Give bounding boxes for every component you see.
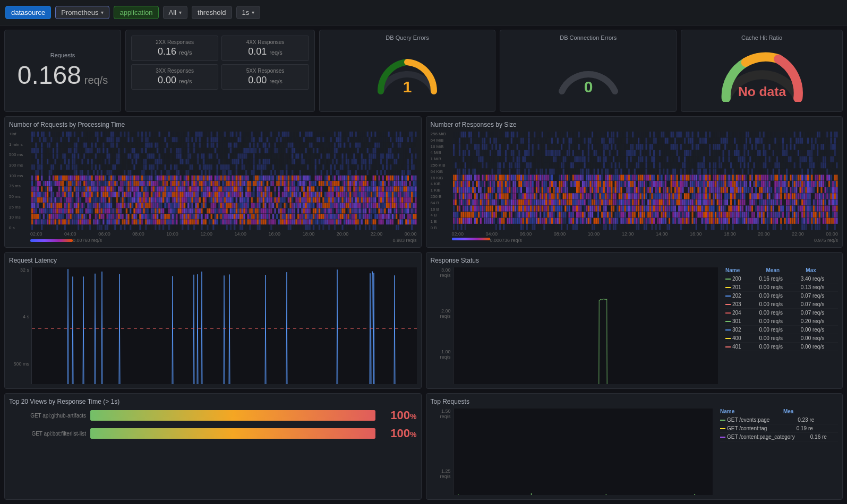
application-pill[interactable]: application	[114, 6, 158, 19]
rs-mean: 0.00 req/s	[759, 293, 796, 299]
rs-dot	[725, 321, 731, 322]
response-status-row: 202 0.00 req/s 0.07 req/s	[725, 292, 838, 300]
top-req-mean-header: Mea	[783, 409, 838, 416]
svg-text:0: 0	[584, 78, 593, 95]
rs-mean: 0.00 req/s	[759, 344, 796, 350]
svg-text:1: 1	[403, 78, 412, 95]
db-conn-panel: DB Connection Errors 0	[500, 30, 677, 112]
top-requests-panel: Top Requests 1.50 req/s 1.25 req/s 1.00 …	[426, 393, 843, 500]
rs-max: 0.00 req/s	[801, 327, 838, 333]
response-status-row: 401 0.00 req/s 0.00 req/s	[725, 343, 838, 351]
response-status-title: Response Status	[431, 257, 839, 264]
request-latency-panel: Request Latency 32 s 4 s 500 ms 62.5 ms …	[4, 252, 422, 389]
tr-mean: 0.16 re	[810, 434, 838, 440]
responses-by-size-x-axis: 02:0004:00 06:0008:00 10:0012:00 14:0016…	[431, 231, 839, 237]
bar-fill	[90, 410, 375, 421]
rs-mean: 0.00 req/s	[759, 335, 796, 341]
datasource-pill[interactable]: datasource	[5, 6, 51, 19]
rs-max: 0.00 req/s	[801, 344, 838, 350]
tr-name: GET /content:tag	[720, 425, 792, 431]
cache-hit-panel: Cache Hit Ratio No data	[681, 30, 843, 112]
top20-bar-row: GET api:github-artifacts 100%	[9, 409, 417, 422]
db-query-panel: DB Query Errors 1	[319, 30, 496, 112]
tr-mean: 0.23 re	[798, 417, 838, 423]
rs-max: 0.07 req/s	[801, 310, 838, 316]
tr-mean: 0.19 re	[797, 425, 838, 431]
tr-dot	[720, 428, 725, 429]
prometheus-pill[interactable]: Prometheus ▾	[55, 6, 109, 19]
processing-legend-max: 0.983 req/s	[392, 238, 416, 243]
responses-by-size-content	[453, 132, 839, 230]
top20-bars: GET api:github-artifacts 100% GET api:bo…	[9, 409, 417, 440]
col-name-header: Name	[725, 267, 762, 275]
rs-code: 400	[725, 335, 755, 341]
5xx-value: 0.00 req/s	[248, 75, 283, 86]
4xx-box: 4XX Responses 0.01 req/s	[221, 36, 309, 61]
response-status-panel: Response Status 3.00 req/s 2.00 req/s 1.…	[426, 252, 843, 389]
processing-time-panel: Number of Requests by Processing Time +I…	[4, 116, 422, 248]
rs-code: 201	[725, 284, 755, 290]
svg-text:No data: No data	[738, 84, 786, 99]
processing-time-y-axis: +Inf 1 min s 500 ms 300 ms 100 ms 75 ms …	[9, 132, 31, 230]
requests-value: 0.168	[18, 60, 81, 90]
bar-pct: 100%	[380, 409, 417, 422]
rs-mean: 0.00 req/s	[759, 310, 796, 316]
top20-bar-row: GET api:bot:filterlist-list 100%	[9, 427, 417, 440]
rs-mean: 0.00 req/s	[759, 327, 796, 333]
threshold-pill[interactable]: threshold	[192, 6, 232, 19]
3xx-label: 3XX Responses	[156, 68, 194, 74]
latency-content	[31, 267, 417, 384]
size-legend-max: 0.975 req/s	[814, 238, 838, 243]
top20-title: Top 20 Views by Response Time (> 1s)	[9, 398, 417, 405]
rs-dot	[725, 279, 731, 280]
processing-time-x-axis: 02:0004:00 06:0008:00 10:0012:00 14:0016…	[9, 231, 417, 237]
rs-max: 0.00 req/s	[801, 335, 838, 341]
rs-dot	[725, 296, 731, 297]
bar-name: GET api:bot:filterlist-list	[9, 431, 86, 437]
requests-panel: Requests 0.168 req/s	[4, 30, 121, 112]
top-requests-y-axis: 1.50 req/s 1.25 req/s 1.00 req/s	[431, 409, 453, 495]
interval-pill[interactable]: 1s ▾	[236, 6, 261, 19]
cache-hit-title: Cache Hit Ratio	[741, 34, 782, 41]
bottom-row: Top 20 Views by Response Time (> 1s) GET…	[4, 393, 843, 500]
rs-max: 3.40 req/s	[801, 276, 838, 282]
rs-code: 202	[725, 293, 755, 299]
requests-unit: req/s	[84, 74, 108, 86]
rs-mean: 0.00 req/s	[759, 301, 796, 307]
response-status-row: 201 0.00 req/s 0.13 req/s	[725, 283, 838, 292]
top-request-row: GET /content:tag 0.19 re	[720, 424, 838, 433]
all-pill[interactable]: All ▾	[163, 6, 187, 19]
rs-dot	[725, 329, 731, 331]
rs-max: 0.13 req/s	[801, 284, 838, 290]
request-latency-title: Request Latency	[9, 257, 417, 264]
topbar: datasource Prometheus ▾ application All …	[0, 0, 847, 25]
cache-hit-gauge: No data	[720, 49, 805, 102]
top-requests-content	[453, 409, 713, 495]
response-status-y-axis: 3.00 req/s 2.00 req/s 1.00 req/s 0.00 re…	[431, 267, 453, 384]
top-request-row: GET /events:page 0.23 re	[720, 416, 838, 424]
all-arrow: ▾	[179, 10, 182, 15]
bar-track	[90, 410, 375, 421]
db-query-title: DB Query Errors	[386, 34, 429, 41]
3xx-box: 3XX Responses 0.00 req/s	[131, 64, 218, 90]
requests-title: Requests	[50, 52, 75, 58]
bar-track	[90, 428, 375, 439]
response-status-row: 200 0.16 req/s 3.40 req/s	[725, 275, 838, 283]
rs-mean: 0.00 req/s	[759, 318, 796, 324]
processing-time-title: Number of Requests by Processing Time	[9, 121, 417, 128]
rs-code: 203	[725, 301, 755, 307]
rs-mean: 0.00 req/s	[759, 284, 796, 290]
col-mean-header: Mean	[766, 267, 801, 275]
rs-dot	[725, 346, 731, 347]
top-request-row: GET /content:page_category 0.16 re	[720, 433, 838, 441]
4xx-value: 0.01 req/s	[248, 46, 283, 57]
all-label: All	[169, 8, 176, 16]
threshold-label: threshold	[198, 8, 226, 16]
5xx-box: 5XX Responses 0.00 req/s	[221, 64, 309, 90]
latency-y-axis: 32 s 4 s 500 ms 62.5 ms 7.81 ms	[9, 267, 31, 384]
response-status-row: 204 0.00 req/s 0.07 req/s	[725, 309, 838, 317]
rs-dot	[725, 287, 731, 288]
response-status-row: 301 0.00 req/s 0.20 req/s	[725, 317, 838, 326]
tr-dot	[720, 420, 725, 421]
bar-name: GET api:github-artifacts	[9, 413, 86, 419]
